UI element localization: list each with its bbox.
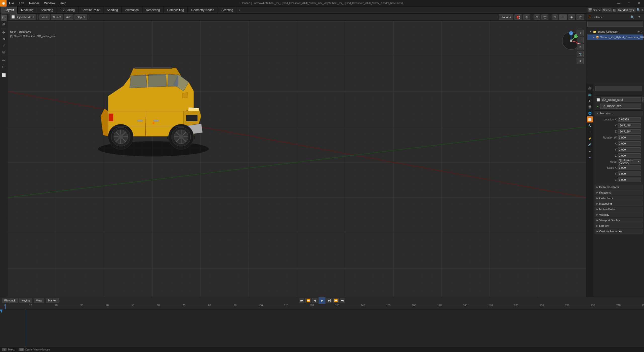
keying-menu[interactable]: Keying bbox=[19, 298, 32, 303]
transform-global-select[interactable]: Global ▼ bbox=[499, 14, 513, 20]
rotation-x[interactable]: 0.000 bbox=[618, 141, 641, 146]
prop-icon-modifiers[interactable]: 🔧 bbox=[587, 123, 593, 129]
next-keyframe-button[interactable]: ⏩ bbox=[333, 298, 339, 303]
menu-window[interactable]: Window bbox=[42, 0, 57, 6]
close-button[interactable]: ✕ bbox=[634, 0, 644, 7]
prev-frame-button[interactable]: ◀ bbox=[312, 298, 317, 303]
tool-rotate[interactable]: ↻ bbox=[1, 36, 7, 42]
outliner-search-input[interactable] bbox=[587, 22, 643, 27]
view-menu[interactable]: View bbox=[34, 298, 44, 303]
rotation-w[interactable]: 1.000 bbox=[618, 135, 641, 140]
tool-scale[interactable]: ⤢ bbox=[1, 42, 7, 49]
tab-add-button[interactable]: + bbox=[237, 9, 243, 12]
zoom-in-button[interactable]: + bbox=[577, 30, 584, 36]
prop-icon-scene[interactable]: 🎬 bbox=[587, 104, 593, 110]
visibility-header[interactable]: ▶ Visibility bbox=[594, 212, 643, 217]
scene-name-field[interactable]: Scene bbox=[602, 8, 612, 12]
rotation-z[interactable]: 0.000 bbox=[618, 153, 641, 158]
tab-shading[interactable]: Shading bbox=[103, 7, 122, 14]
prop-icon-constraints[interactable]: 🔗 bbox=[587, 142, 593, 148]
menu-help[interactable]: Help bbox=[57, 0, 69, 6]
playback-menu[interactable]: Playback bbox=[2, 298, 18, 303]
prop-icon-render[interactable]: 🎥 bbox=[587, 85, 593, 91]
keyframe-jump-start-button[interactable]: ⏮ bbox=[299, 298, 304, 303]
scale-z[interactable]: 1.000 bbox=[618, 178, 641, 182]
motion-paths-header[interactable]: ▶ Motion Paths bbox=[594, 207, 643, 212]
menu-file[interactable]: File bbox=[7, 0, 16, 6]
3d-viewport[interactable]: ⬜ Object Mode ▼ View Select Add Object G… bbox=[8, 14, 586, 297]
scene-canvas[interactable]: User Perspective (1) Scene Collection | … bbox=[8, 21, 586, 297]
solid-shading[interactable]: ⬛ bbox=[559, 14, 567, 20]
properties-search-input[interactable] bbox=[595, 86, 642, 91]
prop-icon-physics[interactable]: ⚡ bbox=[587, 135, 593, 141]
tab-animation[interactable]: Animation bbox=[122, 7, 142, 14]
tab-uv-editing[interactable]: UV Editing bbox=[57, 7, 78, 14]
prop-icon-material[interactable]: ● bbox=[587, 154, 593, 160]
prop-icon-particles[interactable]: ✦ bbox=[587, 129, 593, 135]
perspective-toggle[interactable]: ⊡ bbox=[577, 44, 584, 50]
keyframe-jump-end-button[interactable]: ⏭ bbox=[340, 298, 345, 303]
rotation-y[interactable]: 0.000 bbox=[618, 147, 641, 152]
prop-icon-output[interactable]: 📺 bbox=[587, 91, 593, 97]
overlay-button[interactable]: ⊙ bbox=[534, 14, 540, 20]
play-button[interactable]: ▶ bbox=[318, 297, 326, 304]
object-name-input[interactable] bbox=[601, 97, 641, 102]
relations-header[interactable]: ▶ Relations bbox=[594, 190, 643, 195]
snap-button[interactable]: 🧲 bbox=[514, 14, 522, 20]
prev-keyframe-button[interactable]: ⏪ bbox=[305, 298, 311, 303]
viewport-view-menu[interactable]: View bbox=[39, 14, 50, 20]
tool-annotate[interactable]: ✏ bbox=[1, 57, 7, 63]
tool-select-box[interactable]: ⬚ bbox=[1, 15, 7, 21]
viewport-object-menu[interactable]: Object bbox=[74, 14, 87, 20]
viewport-display-header[interactable]: ▶ Viewport Display bbox=[594, 218, 643, 223]
outliner-search-button[interactable]: 🔍 bbox=[629, 14, 635, 20]
blender-logo[interactable]: ◉ bbox=[0, 0, 7, 7]
tab-texture-paint[interactable]: Texture Paint bbox=[78, 7, 103, 14]
wireframe-shading[interactable]: □ bbox=[552, 14, 558, 20]
maximize-button[interactable]: □ bbox=[624, 0, 634, 7]
timeline-track[interactable] bbox=[0, 310, 644, 352]
scale-x[interactable]: 1.000 bbox=[618, 165, 641, 170]
tool-move[interactable]: ✛ bbox=[1, 29, 7, 35]
menu-edit[interactable]: Edit bbox=[16, 0, 27, 6]
rotation-mode[interactable]: Quaternion (WXYZ) ▼ bbox=[618, 159, 641, 164]
minimize-button[interactable]: — bbox=[614, 0, 624, 7]
location-x[interactable]: 0.68959 bbox=[618, 117, 641, 122]
tool-add-cube[interactable]: ⬜ bbox=[1, 72, 7, 78]
xray-button[interactable]: ◫ bbox=[541, 14, 548, 20]
prop-icon-data[interactable]: ▲ bbox=[587, 148, 593, 154]
instancing-header[interactable]: ▶ Instancing bbox=[594, 201, 643, 206]
frame-selected-button[interactable]: ⊞ bbox=[577, 58, 584, 64]
tab-compositing[interactable]: Compositing bbox=[164, 7, 188, 14]
mesh-name-input[interactable] bbox=[600, 104, 641, 109]
tab-rendering[interactable]: Rendering bbox=[142, 7, 164, 14]
render-layer-name[interactable]: RenderLayer bbox=[617, 8, 635, 12]
menu-render[interactable]: Render bbox=[27, 0, 42, 6]
tool-measure[interactable]: ⊢ bbox=[1, 64, 7, 70]
tab-modeling[interactable]: Modeling bbox=[18, 7, 37, 14]
visibility-toggle[interactable]: 👁 bbox=[637, 30, 640, 33]
rendered-shading[interactable]: 🎬 bbox=[576, 14, 584, 20]
next-frame-button[interactable]: ▶| bbox=[327, 298, 332, 303]
collections-header[interactable]: ▶ Collections bbox=[594, 196, 643, 201]
tab-geometry-nodes[interactable]: Geometry Nodes bbox=[188, 7, 218, 14]
prop-icon-object[interactable]: ⬜ bbox=[587, 116, 593, 122]
outliner-row-object[interactable]: ▶ 📦 Subaru_XV_Hybrid_Crossover_2020_Yell… bbox=[587, 34, 643, 40]
obj-fake-user[interactable]: F bbox=[642, 97, 644, 102]
location-z[interactable]: -50.71384 bbox=[618, 129, 641, 134]
custom-properties-header[interactable]: ▶ Custom Properties bbox=[594, 229, 643, 234]
exclude-toggle[interactable]: ✓ bbox=[641, 30, 643, 33]
tab-scripting[interactable]: Scripting bbox=[218, 7, 237, 14]
camera-view-button[interactable]: 📷 bbox=[577, 51, 584, 57]
timeline-ruler[interactable]: 0 10 20 30 40 50 60 70 80 90 100 110 120… bbox=[0, 304, 644, 310]
scale-y[interactable]: 1.000 bbox=[618, 171, 641, 176]
location-y[interactable]: -50.71454 bbox=[618, 123, 641, 128]
zoom-out-button[interactable]: − bbox=[577, 37, 584, 43]
material-shading[interactable]: ◉ bbox=[568, 14, 575, 20]
tab-layout[interactable]: Layout bbox=[1, 7, 18, 14]
proportional-edit-button[interactable]: ◎ bbox=[523, 14, 530, 20]
outliner-row-scene-collection[interactable]: ▼ 📁 Scene Collection 👁 ✓ bbox=[587, 29, 643, 34]
viewport-select-menu[interactable]: Select bbox=[51, 14, 63, 20]
outliner-filter-button[interactable]: ≡ bbox=[636, 14, 642, 20]
tab-sculpting[interactable]: Sculpting bbox=[37, 7, 57, 14]
